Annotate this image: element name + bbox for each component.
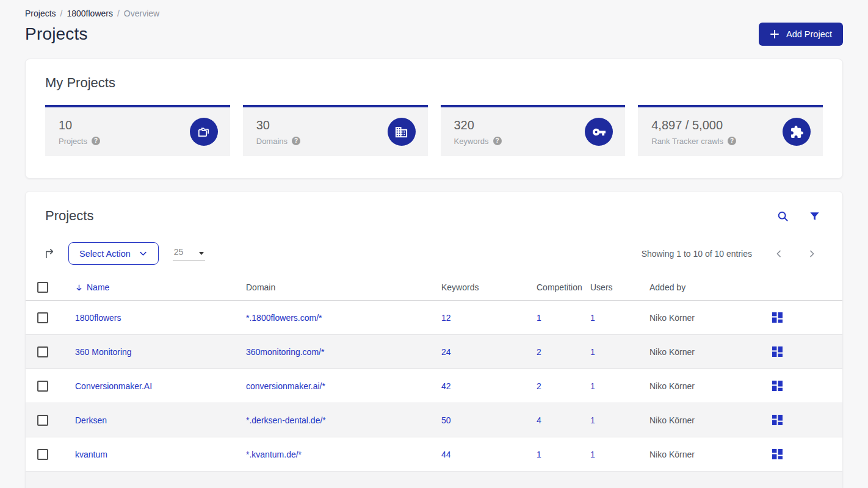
stat-keywords-label: Keywords (454, 137, 489, 146)
previous-page-button[interactable] (773, 248, 785, 260)
help-icon[interactable]: ? (493, 137, 502, 145)
sort-descending-icon (75, 284, 83, 292)
competition-count-link[interactable]: 2 (537, 347, 541, 357)
page-size-select[interactable]: 25 (173, 247, 205, 260)
help-icon[interactable]: ? (92, 137, 100, 145)
project-domain-link[interactable]: 360monitoring.com/* (246, 347, 324, 357)
export-button[interactable] (41, 245, 59, 262)
project-name-link[interactable]: 360 Monitoring (75, 347, 132, 357)
table-row: 1800flowers *.1800flowers.com/* 12 1 1 N… (26, 301, 842, 335)
filter-button[interactable] (808, 209, 822, 223)
competition-count-link[interactable]: 4 (537, 415, 541, 425)
column-header-domain[interactable]: Domain (236, 276, 429, 301)
page-size-value: 25 (174, 247, 184, 257)
breadcrumb-projects[interactable]: Projects (25, 9, 56, 18)
table-row: kvantum *.kvantum.de/* 44 1 1 Niko Körne… (26, 437, 842, 472)
breadcrumb: Projects / 1800flowers / Overview (25, 0, 843, 18)
competition-count-link[interactable]: 1 (537, 450, 541, 459)
project-domain-link[interactable]: *.derksen-dental.de/* (246, 415, 326, 425)
row-checkbox[interactable] (37, 449, 48, 460)
column-header-keywords[interactable]: Keywords (429, 276, 524, 301)
project-dashboard-button[interactable] (771, 345, 784, 358)
column-header-name[interactable]: Name (75, 282, 236, 292)
project-name-link[interactable]: kvantum (75, 450, 107, 459)
select-all-checkbox[interactable] (37, 282, 48, 293)
add-project-button-label: Add Project (786, 29, 832, 39)
plus-icon (770, 29, 779, 39)
select-action-dropdown[interactable]: Select Action (68, 242, 159, 265)
column-header-added-by[interactable]: Added by (637, 276, 759, 301)
row-checkbox[interactable] (37, 346, 48, 357)
keywords-count-link[interactable]: 24 (441, 347, 451, 357)
page-header: Projects Add Project (25, 23, 843, 46)
project-domain-link[interactable]: *.1800flowers.com/* (246, 313, 322, 323)
next-page-button[interactable] (806, 248, 818, 260)
stat-keywords[interactable]: 320 Keywords ? (441, 105, 626, 156)
keywords-count-link[interactable]: 44 (441, 450, 451, 459)
keywords-count-link[interactable]: 50 (441, 415, 451, 425)
added-by-value: Niko Körner (637, 403, 759, 437)
table-row: Conversionmaker.AI conversionmaker.ai/* … (26, 369, 842, 403)
users-count-link[interactable]: 1 (590, 313, 595, 323)
search-icon (776, 210, 789, 223)
stat-projects-value: 10 (59, 118, 100, 132)
next-row-partially-visible (26, 472, 842, 488)
competition-count-link[interactable]: 1 (537, 313, 541, 323)
project-name-link[interactable]: 1800flowers (75, 313, 121, 323)
folders-icon (197, 125, 211, 139)
stat-domains[interactable]: 30 Domains ? (243, 105, 428, 156)
column-header-competition[interactable]: Competition (524, 276, 578, 301)
keywords-count-link[interactable]: 42 (441, 381, 451, 391)
stat-projects[interactable]: 10 Projects ? (45, 105, 230, 156)
breadcrumb-project-name[interactable]: 1800flowers (67, 9, 113, 18)
select-action-label: Select Action (79, 249, 131, 259)
users-count-link[interactable]: 1 (590, 450, 595, 459)
grid-actions-icon (772, 312, 783, 323)
help-icon[interactable]: ? (728, 137, 736, 145)
my-projects-title: My Projects (45, 75, 823, 91)
grid-actions-icon (772, 415, 783, 425)
project-dashboard-button[interactable] (771, 379, 784, 392)
page-title: Projects (25, 24, 88, 44)
project-domain-link[interactable]: conversionmaker.ai/* (246, 381, 325, 391)
puzzle-icon (790, 125, 804, 139)
project-dashboard-button[interactable] (771, 414, 784, 426)
users-count-link[interactable]: 1 (590, 381, 595, 391)
project-name-link[interactable]: Conversionmaker.AI (75, 381, 152, 391)
my-projects-card: My Projects 10 Projects ? (25, 59, 843, 179)
table-header-row: Name Domain Keywords Competition Users A… (26, 276, 842, 301)
stat-projects-label: Projects (59, 137, 87, 146)
stat-domains-label: Domains (256, 137, 288, 146)
breadcrumb-separator: / (60, 9, 63, 18)
added-by-value: Niko Körner (637, 301, 759, 335)
added-by-value: Niko Körner (637, 369, 759, 403)
row-checkbox[interactable] (37, 312, 48, 323)
column-header-users[interactable]: Users (578, 276, 637, 301)
grid-actions-icon (772, 346, 783, 357)
keywords-count-link[interactable]: 12 (441, 313, 451, 323)
project-name-link[interactable]: Derksen (75, 415, 107, 425)
search-button[interactable] (775, 209, 790, 224)
key-icon (592, 125, 606, 139)
competition-count-link[interactable]: 2 (537, 381, 541, 391)
row-checkbox[interactable] (37, 381, 48, 392)
row-checkbox[interactable] (37, 415, 48, 426)
showing-entries-text: Showing 1 to 10 of 10 entries (642, 249, 752, 259)
projects-table: Name Domain Keywords Competition Users A… (26, 276, 842, 472)
users-count-link[interactable]: 1 (590, 415, 595, 425)
export-icon (43, 247, 56, 260)
users-count-link[interactable]: 1 (590, 347, 595, 357)
stat-keywords-value: 320 (454, 118, 502, 132)
project-dashboard-button[interactable] (771, 448, 784, 461)
add-project-button[interactable]: Add Project (759, 23, 843, 46)
chevron-left-icon (774, 249, 784, 259)
caret-down-icon (199, 252, 204, 255)
added-by-value: Niko Körner (637, 437, 759, 472)
added-by-value: Niko Körner (637, 335, 759, 369)
help-icon[interactable]: ? (292, 137, 300, 145)
projects-table-card: Projects Select Action 25 (25, 191, 843, 488)
project-domain-link[interactable]: *.kvantum.de/* (246, 450, 302, 459)
project-dashboard-button[interactable] (771, 311, 784, 324)
stat-rank-tracker-crawls[interactable]: 4,897 / 5,000 Rank Tracker crawls ? (638, 105, 823, 156)
chevron-right-icon (807, 249, 817, 259)
